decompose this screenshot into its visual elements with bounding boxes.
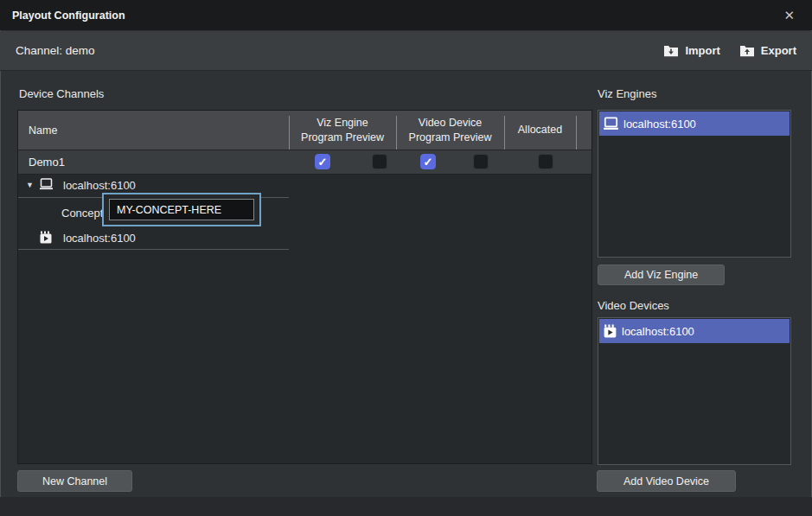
column-divider [289,116,290,150]
toolbar: Channel: demo Import Expor [0,31,812,71]
window-title: Playout Configuration [12,10,125,22]
concept-input[interactable] [109,199,254,220]
column-header-allocated[interactable]: Allocated [504,111,576,150]
channel-label: Channel: demo [16,44,95,57]
checkbox-video-preview[interactable] [473,154,489,169]
column-divider [504,116,505,150]
viz-engine-monitor-icon [39,178,54,193]
export-folder-icon [739,44,755,57]
row-divider [18,249,289,250]
add-video-device-button[interactable]: Add Video Device [597,470,736,492]
video-devices-title: Video Devices [598,299,669,312]
viz-engine-monitor-icon [603,117,619,131]
title-bar: Playout Configuration ✕ [0,0,812,30]
column-divider [576,116,577,150]
column-divider [396,116,397,150]
channel-name-cell: Demo1 [29,150,65,174]
add-viz-engine-button[interactable]: Add Viz Engine [598,264,725,285]
column-header-name[interactable]: Name [29,111,57,150]
column-header-video-device[interactable]: Video Device Program Preview [396,111,504,150]
video-devices-list: localhost:6100 [598,317,791,465]
import-label: Import [685,44,719,57]
viz-engine-host-label: localhost:6100 [63,179,136,192]
checkbox-video-program[interactable]: ✓ [420,154,436,169]
video-device-clapper-icon [603,323,617,339]
viz-engines-title: Viz Engines [598,87,656,100]
viz-engine-list-item[interactable]: localhost:6100 [599,111,790,136]
tree-row-video-device[interactable]: localhost:6100 [18,227,591,249]
video-device-list-item[interactable]: localhost:6100 [599,319,790,343]
video-device-host-label: localhost:6100 [63,232,136,245]
checkbox-allocated[interactable] [538,154,553,169]
concept-label: Concept [61,207,103,220]
checkbox-viz-program[interactable]: ✓ [315,154,330,169]
viz-engine-item-label: localhost:6100 [623,118,696,131]
device-channels-title: Device Channels [19,87,104,100]
video-device-item-label: localhost:6100 [622,325,694,338]
export-button[interactable]: Export [739,44,796,57]
playout-configuration-dialog: Playout Configuration ✕ Channel: demo Im… [0,0,812,516]
import-folder-icon [663,44,679,57]
import-button[interactable]: Import [663,44,719,57]
export-label: Export [761,44,796,57]
table-header-row: Name Viz Engine Program Preview Video De… [18,111,591,150]
toolbar-buttons: Import Export [663,44,796,57]
concept-input-focus-ring [102,193,261,226]
close-icon[interactable]: ✕ [778,9,800,22]
viz-engines-list: localhost:6100 [598,110,791,258]
column-header-viz-engine[interactable]: Viz Engine Program Preview [289,111,396,150]
footer-band [0,497,812,516]
device-channels-table: Name Viz Engine Program Preview Video De… [17,110,592,464]
table-row-channel[interactable]: Demo1 ✓ ✓ [18,150,591,175]
collapse-expander-icon[interactable]: ▼ [26,181,34,189]
video-device-clapper-icon [39,230,53,247]
checkbox-viz-preview[interactable] [372,154,387,169]
new-channel-button[interactable]: New Channel [17,470,132,492]
